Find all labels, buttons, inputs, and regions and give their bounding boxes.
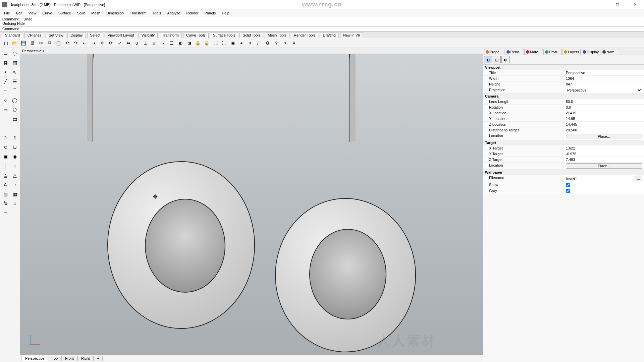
prop-value-x-target[interactable]: 1.622 <box>564 145 644 151</box>
ungroup-icon[interactable]: ⛶ <box>220 39 228 47</box>
browse-button[interactable]: ... <box>635 176 642 181</box>
toolbar-tab-cplanes[interactable]: CPlanes <box>24 32 45 38</box>
menu-help[interactable]: Help <box>219 10 232 16</box>
srf-icon[interactable]: ◠ <box>1 133 10 142</box>
paste-icon[interactable]: 📋 <box>54 39 62 47</box>
prop-value-width[interactable]: 1364 <box>564 76 644 81</box>
poly-icon[interactable]: ⌒ <box>10 86 19 95</box>
layer-icon[interactable]: ☰ <box>168 39 176 47</box>
minimize-button[interactable]: — <box>594 1 606 8</box>
open-icon[interactable]: 📂 <box>11 39 19 47</box>
copy-icon[interactable]: ⧉ <box>46 39 54 47</box>
panel-tab-nam[interactable]: Nam... <box>601 49 619 55</box>
prop-button-location[interactable]: Place... <box>566 163 642 169</box>
line-icon[interactable]: ~ <box>1 86 10 95</box>
new-icon[interactable]: ▢ <box>2 39 10 47</box>
move-icon[interactable]: ✥ <box>98 39 106 47</box>
group-icon[interactable]: ⛶ <box>211 39 219 47</box>
panel-tab-mate[interactable]: Mate... <box>524 49 543 55</box>
menu-edit[interactable]: Edit <box>13 10 25 16</box>
cut-icon[interactable]: ✂ <box>37 39 45 47</box>
prop-value-z-location[interactable]: 14.445 <box>564 122 644 127</box>
arc-icon[interactable]: ◯ <box>10 96 19 105</box>
menu-transform[interactable]: Transform <box>127 10 149 16</box>
prop-checkbox-show[interactable] <box>566 183 570 187</box>
calc-icon[interactable]: ▭ <box>1 208 10 217</box>
prop-value-distance-to-target[interactable]: 20.588 <box>564 127 644 133</box>
opts-icon[interactable]: ⚙ <box>264 39 272 47</box>
toolbar-tab-render-tools[interactable]: Render Tools <box>291 32 319 38</box>
toolbar-tab-select[interactable]: Select <box>87 32 104 38</box>
circle-icon[interactable]: ▭ <box>1 105 10 114</box>
lasso-icon[interactable]: ◌ <box>10 49 19 58</box>
viewport-tab-perspective[interactable]: Perspective <box>21 356 48 361</box>
menu-surface[interactable]: Surface <box>56 10 74 16</box>
prop-value-rotation[interactable]: 0.0 <box>564 105 644 110</box>
select-icon[interactable]: ▭ <box>1 49 10 58</box>
box-icon[interactable]: ◉ <box>10 152 19 161</box>
prop-value-x-location[interactable]: -9.419 <box>564 110 644 116</box>
object-properties-icon[interactable]: ◫ <box>493 56 501 63</box>
text-icon[interactable]: ↔ <box>10 180 19 189</box>
pipe-icon[interactable]: ≀ <box>10 162 19 170</box>
osn1-icon[interactable]: ⌖ <box>281 39 289 47</box>
viewport-tab-front[interactable]: Front <box>61 356 77 361</box>
ellipse-icon[interactable]: ⬠ <box>10 105 19 114</box>
prop-value-y-target[interactable]: -0.976 <box>564 151 644 157</box>
block-icon[interactable]: fx <box>1 199 10 208</box>
menu-dimension[interactable]: Dimension <box>104 10 126 16</box>
toolbar-tab-transform[interactable]: Transform <box>159 32 182 38</box>
menu-mesh[interactable]: Mesh <box>89 10 103 16</box>
viewport-tab-add[interactable]: ✦ <box>94 356 103 361</box>
menu-analyze[interactable]: Analyze <box>164 10 183 16</box>
adj-icon[interactable]: ⊥ <box>142 39 150 47</box>
undo-icon[interactable]: ↶ <box>63 39 71 47</box>
sphere-icon[interactable]: ● <box>237 39 246 47</box>
menu-view[interactable]: View <box>26 10 39 16</box>
menu-file[interactable]: File <box>1 10 13 16</box>
toolbar-tab-solid-tools[interactable]: Solid Tools <box>239 32 263 38</box>
prop-value-lens-length[interactable]: 50.0 <box>564 99 644 105</box>
snap-icon[interactable]: # <box>150 39 158 47</box>
render-icon[interactable]: ☀ <box>246 39 254 47</box>
pts-icon[interactable]: ☰ <box>10 77 19 86</box>
ptB-icon[interactable]: ⇢ <box>89 39 97 47</box>
help-icon[interactable]: ? <box>272 39 280 47</box>
sweep-icon[interactable]: ◬ <box>1 171 10 180</box>
redo-icon[interactable]: ↷ <box>72 39 80 47</box>
subd-icon[interactable]: A <box>1 180 10 189</box>
toolbar-tab-display[interactable]: Display <box>67 32 86 38</box>
scale-icon[interactable]: ⤢ <box>115 39 123 47</box>
menu-solid[interactable]: Solid <box>74 10 88 16</box>
raytrace-icon[interactable]: ☄ <box>255 39 263 47</box>
toolbar-tab-set-view[interactable]: Set View <box>46 32 66 38</box>
rot-icon[interactable]: ⟳ <box>107 39 115 47</box>
viewport-tab-top[interactable]: Top <box>48 356 61 361</box>
viewport-properties-icon[interactable]: ◧ <box>484 56 492 63</box>
pt-icon[interactable]: ╱ <box>1 77 10 86</box>
bool-icon[interactable]: ▣ <box>1 152 10 161</box>
rebuild-icon[interactable]: ~ <box>159 39 167 47</box>
rev-icon[interactable]: ⊔ <box>10 143 19 152</box>
cplane-icon[interactable]: ▦ <box>1 58 10 67</box>
panel-tab-display[interactable]: Display <box>581 49 600 55</box>
panel-tab-prope[interactable]: Prope... <box>484 49 504 55</box>
join-icon[interactable]: ∪ <box>133 39 141 47</box>
toolbar-tab-new-in-v6[interactable]: New in V6 <box>340 32 363 38</box>
grid-icon[interactable]: ⌗ <box>10 199 19 208</box>
unlock-icon[interactable]: 🔓 <box>203 39 211 47</box>
viewport-canvas[interactable]: ✥ <box>20 54 483 355</box>
prop-button-location[interactable]: Place... <box>566 134 642 139</box>
prop-value-z-target[interactable]: 7.493 <box>564 157 644 163</box>
ptA-icon[interactable]: ⇠ <box>80 39 89 47</box>
lock-icon[interactable]: 🔒 <box>194 39 202 47</box>
osn2-icon[interactable]: ⌗ <box>290 39 298 47</box>
cube-icon[interactable]: ▣ <box>229 39 237 47</box>
prop-value-height[interactable]: 847 <box>564 81 644 87</box>
toolbar-tab-curve-tools[interactable]: Curve Tools <box>183 32 209 38</box>
prop-value-projection[interactable]: Perspective <box>564 87 644 94</box>
toolbar-tab-mesh-tools[interactable]: Mesh Tools <box>265 32 289 38</box>
loft-icon[interactable]: ⇑ <box>10 133 19 142</box>
hatch-icon[interactable]: ▦ <box>10 190 19 198</box>
ext-icon[interactable]: ⟲ <box>1 143 10 152</box>
